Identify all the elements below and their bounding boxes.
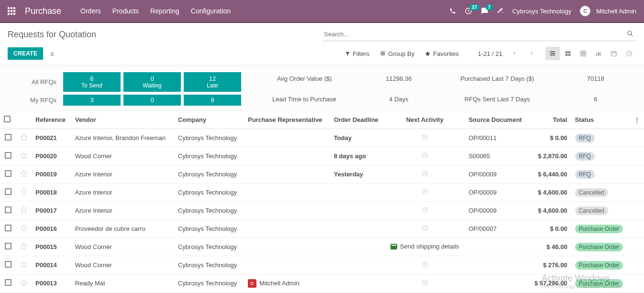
clock-icon[interactable]: [422, 135, 428, 142]
clock-icon[interactable]: [422, 189, 428, 196]
svg-rect-8: [13, 13, 15, 15]
cell-reference: P00019: [32, 165, 71, 184]
tile-to-send[interactable]: 6 To Send: [63, 72, 121, 92]
tile-late[interactable]: 12 Late: [184, 72, 241, 92]
star-icon[interactable]: [20, 244, 28, 251]
row-checkbox[interactable]: [5, 279, 11, 286]
row-checkbox[interactable]: [5, 134, 11, 141]
table-row[interactable]: P00013Ready MatCybrosys TechnologyCMitch…: [0, 274, 644, 293]
my-rfqs-label[interactable]: My RFQs: [8, 97, 60, 104]
user-menu[interactable]: C Mitchell Admin: [580, 6, 636, 16]
cell-activity: [385, 274, 465, 293]
star-icon[interactable]: [20, 135, 28, 142]
row-checkbox[interactable]: [5, 188, 11, 195]
search-bar[interactable]: [322, 28, 636, 41]
svg-rect-18: [566, 51, 568, 54]
svg-rect-6: [8, 13, 10, 15]
star-icon[interactable]: [20, 172, 28, 179]
table-row[interactable]: P00020Wood CornerCybrosys Technology8 da…: [0, 147, 644, 165]
row-checkbox[interactable]: [5, 225, 11, 231]
search-icon[interactable]: [624, 30, 636, 38]
pager-text[interactable]: 1-21 / 21: [478, 50, 502, 57]
cell-activity: [385, 129, 465, 147]
view-calendar-icon[interactable]: [607, 47, 621, 60]
pager-next-icon[interactable]: [526, 48, 537, 59]
clock-icon[interactable]: [422, 280, 428, 287]
all-rfqs-label[interactable]: All RFQs: [8, 78, 60, 86]
col-company[interactable]: Company: [174, 111, 244, 129]
company-switcher[interactable]: Cybrosys Technology: [512, 8, 571, 15]
svg-rect-2: [13, 7, 15, 9]
row-checkbox[interactable]: [5, 261, 11, 268]
row-checkbox[interactable]: [5, 152, 11, 159]
clock-icon[interactable]: [422, 207, 428, 215]
col-rep[interactable]: Purchase Representative: [244, 111, 330, 129]
pager-prev-icon[interactable]: [509, 48, 520, 59]
cell-company: Cybrosys Technology: [174, 165, 244, 184]
clock-icon[interactable]: [422, 153, 428, 160]
create-button[interactable]: CREATE: [8, 47, 43, 60]
cell-vendor: Proveedor de cubre carro: [71, 220, 174, 238]
tile-my-waiting[interactable]: 0: [123, 95, 181, 106]
phone-icon[interactable]: [449, 8, 456, 14]
tools-icon[interactable]: [497, 8, 504, 14]
star-icon[interactable]: [20, 190, 28, 197]
table-row[interactable]: P00017Azure InteriorCybrosys TechnologyO…: [0, 202, 644, 220]
col-vendor[interactable]: Vendor: [71, 111, 174, 129]
star-icon[interactable]: [20, 153, 28, 161]
menu-products[interactable]: Products: [112, 7, 139, 15]
purchased-value: 70118: [555, 75, 636, 82]
col-reference[interactable]: Reference: [32, 111, 71, 129]
col-source[interactable]: Source Document: [465, 111, 528, 129]
tile-waiting[interactable]: 0 Waiting: [123, 72, 181, 92]
filters-label: Filters: [353, 50, 369, 57]
clock-icon[interactable]: [422, 226, 428, 233]
table-row[interactable]: P00016Proveedor de cubre carroCybrosys T…: [0, 220, 644, 238]
row-checkbox[interactable]: [5, 206, 11, 213]
view-activity-icon[interactable]: [622, 47, 636, 60]
cell-reference: P00018: [32, 184, 71, 202]
star-icon[interactable]: [20, 281, 28, 288]
apps-icon[interactable]: [8, 7, 15, 15]
favorites-button[interactable]: Favorites: [425, 50, 458, 57]
sent-value: 6: [555, 96, 636, 103]
cell-deadline: [330, 274, 385, 293]
download-icon[interactable]: [49, 50, 56, 58]
filters-button[interactable]: Filters: [345, 50, 369, 57]
table-row[interactable]: P00018Azure InteriorCybrosys TechnologyO…: [0, 184, 644, 202]
activities-icon[interactable]: 37: [465, 7, 472, 15]
table-row[interactable]: P00019Azure InteriorCybrosys TechnologyY…: [0, 165, 644, 184]
table-row[interactable]: P00021Azure Interior, Brandon FreemanCyb…: [0, 129, 644, 147]
view-pivot-icon[interactable]: [576, 47, 590, 60]
groupby-button[interactable]: Group By: [380, 50, 414, 57]
row-checkbox[interactable]: [5, 170, 11, 177]
tile-my-to-send[interactable]: 3: [63, 95, 121, 106]
search-input[interactable]: [322, 28, 624, 41]
star-icon[interactable]: [20, 208, 28, 215]
star-icon[interactable]: [20, 226, 28, 233]
page-title: Requests for Quotation: [8, 30, 322, 40]
activity-text[interactable]: Send shipping details: [390, 243, 459, 250]
brand[interactable]: Purchase: [25, 6, 61, 16]
col-activity[interactable]: Next Activity: [385, 111, 465, 129]
table-row[interactable]: P00014Wood CornerCybrosys Technology$ 27…: [0, 256, 644, 274]
view-list-icon[interactable]: [545, 47, 560, 60]
messages-icon[interactable]: 7: [481, 7, 489, 15]
star-icon[interactable]: [20, 262, 28, 270]
clock-icon[interactable]: [422, 262, 428, 269]
clock-icon[interactable]: [422, 171, 428, 178]
tile-my-late[interactable]: 9: [184, 95, 241, 106]
menu-orders[interactable]: Orders: [80, 7, 101, 15]
col-status[interactable]: Status: [571, 111, 630, 129]
select-all-checkbox[interactable]: [4, 116, 11, 122]
menu-configuration[interactable]: Configuration: [191, 7, 231, 15]
cell-vendor: Azure Interior: [71, 202, 174, 220]
menu-reporting[interactable]: Reporting: [150, 7, 179, 15]
table-row[interactable]: P00015Wood CornerCybrosys TechnologySend…: [0, 238, 644, 256]
column-options-icon[interactable]: ⋮: [634, 116, 640, 123]
col-total[interactable]: Total: [529, 111, 571, 129]
view-kanban-icon[interactable]: [561, 47, 575, 60]
row-checkbox[interactable]: [5, 243, 11, 250]
view-graph-icon[interactable]: [591, 47, 606, 60]
col-deadline[interactable]: Order Deadline: [330, 111, 385, 129]
